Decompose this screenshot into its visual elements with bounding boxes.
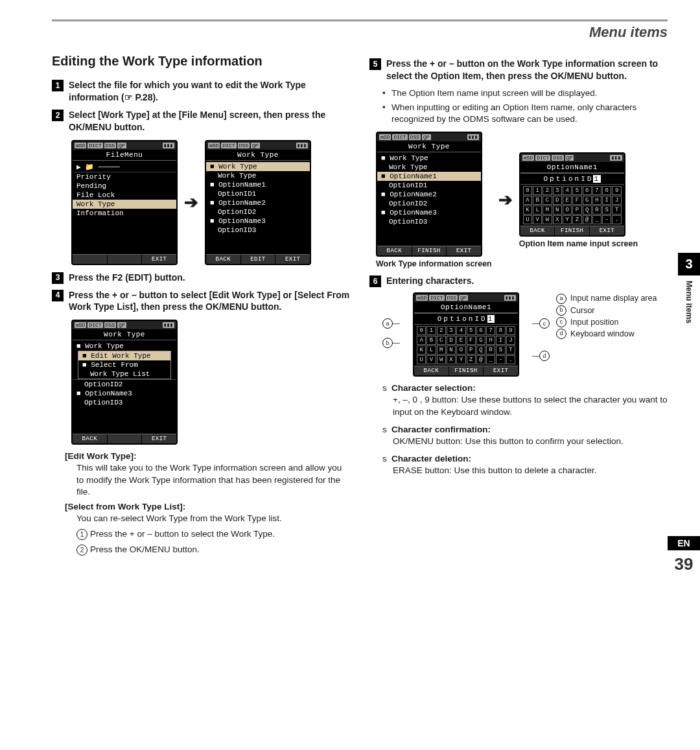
caption-left: Work Type information screen [376, 259, 492, 268]
lcd-option-input: mSDDICTDSSQP▮▮▮ OptionName1 OptionID1 01… [519, 152, 625, 237]
chapter-label: Menu items [684, 281, 694, 323]
language-badge: EN [668, 536, 700, 550]
step-3: 3 Press the F2 (EDIT) button. [52, 272, 350, 284]
step-2: 2 Select [Work Type] at the [File Menu] … [52, 109, 350, 134]
lcd-filemenu: mSDDICTDSSQP▮▮▮ FileMenu ▶ 📁 ───── Prior… [71, 140, 178, 265]
header-title: Menu items [589, 24, 668, 41]
lcd-option-input-labeled: mSDDICTDSSQP▮▮▮ OptionName1 OptionID1 01… [413, 292, 519, 377]
side-tab: 3 Menu items [678, 253, 700, 323]
character-ops-list: sCharacter selection: +, –, 0 , 9 button… [369, 383, 668, 476]
chapter-number: 3 [678, 253, 700, 275]
callout-legend: aInput name display area bCursor cInput … [556, 292, 657, 340]
lcd-worktype-selected: mSDDICTDSSQP▮▮▮ Work Type Work Type Work… [376, 132, 482, 257]
arrow-right-icon: ➔ [184, 193, 198, 213]
step4-details: [Edit Work Type]: This will take you to … [52, 451, 350, 556]
page-number: 39 [668, 554, 700, 574]
caption-right: Option Item name input screen [519, 239, 638, 248]
callout-pointers-right: —c —d [532, 318, 550, 361]
step-1: 1 Select the file for which you want to … [52, 79, 350, 104]
lcd-popup: mSDDICTDSSQP▮▮▮ Work Type Work Type Edit… [71, 320, 178, 445]
step-4: 4 Press the + or – button to select [Edi… [52, 289, 350, 314]
step-6: 6 Entering characters. [369, 275, 668, 287]
step5-notes: The Option Item name input screen will b… [369, 88, 668, 126]
callout-pointers-left: a— b— [382, 318, 400, 348]
arrow-right-icon: ➔ [498, 190, 513, 210]
keyboard-grid: 0123456789ABCDEFGHIJKLMNOPQRSTUVWXYZ@_-. [520, 185, 624, 226]
input-line: OptionID1 [520, 173, 624, 185]
step-5: 5 Press the + or – button on the Work Ty… [369, 58, 668, 82]
section-title: Editing the Work Type information [52, 54, 350, 69]
lcd-worktype: mSDDICTDSSQP▮▮▮ Work Type Work Type Work… [205, 140, 311, 265]
page-footer: EN 39 [668, 536, 700, 574]
